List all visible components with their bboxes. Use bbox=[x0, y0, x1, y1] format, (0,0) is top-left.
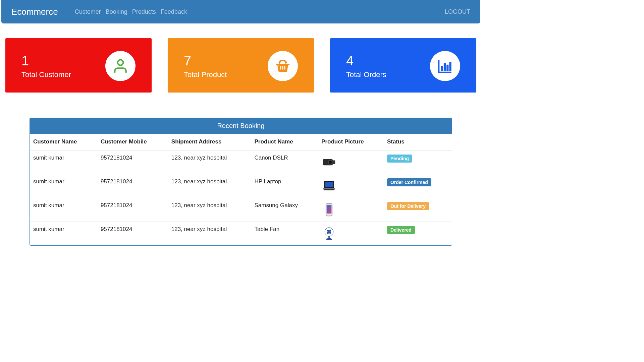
nav-links: Customer Booking Products Feedback bbox=[75, 8, 445, 15]
stat-orders-value: 4 bbox=[346, 53, 386, 68]
cell-status: Out for Delivery bbox=[384, 198, 452, 222]
cell-name: sumit kumar bbox=[30, 222, 97, 246]
cell-mobile: 9572181024 bbox=[97, 222, 168, 246]
table-row: sumit kumar9572181024123, near xyz hospi… bbox=[30, 198, 452, 222]
stat-orders-label: Total Orders bbox=[346, 70, 386, 79]
cell-status: Order Confirmed bbox=[384, 174, 452, 198]
user-icon bbox=[105, 51, 136, 81]
stat-customer-label: Total Customer bbox=[21, 70, 71, 79]
cell-product: Table Fan bbox=[251, 222, 318, 246]
svg-point-20 bbox=[326, 238, 332, 240]
svg-rect-14 bbox=[325, 182, 333, 187]
cell-address: 123, near xyz hospital bbox=[168, 150, 251, 174]
recent-booking-panel: Recent Booking Customer Name Customer Mo… bbox=[30, 118, 452, 246]
svg-rect-8 bbox=[449, 62, 451, 71]
table-row: sumit kumar9572181024123, near xyz hospi… bbox=[30, 150, 452, 174]
cell-product: Canon DSLR bbox=[251, 150, 318, 174]
product-camera-icon bbox=[321, 155, 337, 170]
cell-picture bbox=[318, 150, 384, 174]
divider bbox=[0, 102, 482, 102]
svg-point-18 bbox=[328, 231, 330, 233]
cell-product: Samsung Galaxy bbox=[251, 198, 318, 222]
th-picture: Product Picture bbox=[318, 134, 384, 150]
status-badge: Order Confirmed bbox=[387, 178, 431, 186]
cell-product: HP Laptop bbox=[251, 174, 318, 198]
cell-picture bbox=[318, 174, 384, 198]
navbar: Ecommerce Customer Booking Products Feed… bbox=[1, 0, 480, 23]
product-laptop-icon bbox=[321, 178, 337, 194]
basket-icon bbox=[268, 51, 298, 81]
status-badge: Out for Delivery bbox=[387, 202, 429, 210]
svg-rect-12 bbox=[333, 161, 335, 164]
stat-card-customer[interactable]: 1 Total Customer bbox=[5, 38, 152, 93]
svg-point-11 bbox=[329, 161, 332, 164]
logout-link[interactable]: LOGOUT bbox=[445, 8, 470, 15]
booking-table: Customer Name Customer Mobile Shipment A… bbox=[30, 134, 452, 245]
cell-address: 123, near xyz hospital bbox=[168, 174, 251, 198]
svg-rect-19 bbox=[328, 236, 330, 238]
barchart-icon bbox=[430, 51, 460, 81]
cell-name: sumit kumar bbox=[30, 150, 97, 174]
cell-address: 123, near xyz hospital bbox=[168, 222, 251, 246]
th-status: Status bbox=[384, 134, 452, 150]
cell-picture bbox=[318, 198, 384, 222]
status-badge: Delivered bbox=[387, 226, 415, 234]
panel-title: Recent Booking bbox=[30, 118, 452, 134]
table-row: sumit kumar9572181024123, near xyz hospi… bbox=[30, 222, 452, 246]
cell-mobile: 9572181024 bbox=[97, 198, 168, 222]
stat-cards-row: 1 Total Customer 7 Total Product 4 Total… bbox=[0, 23, 482, 102]
cell-name: sumit kumar bbox=[30, 198, 97, 222]
svg-rect-5 bbox=[441, 66, 443, 71]
stat-product-value: 7 bbox=[184, 53, 227, 68]
cell-address: 123, near xyz hospital bbox=[168, 198, 251, 222]
stat-card-product[interactable]: 7 Total Product bbox=[168, 38, 314, 93]
nav-customer[interactable]: Customer bbox=[75, 8, 101, 15]
cell-status: Pending bbox=[384, 150, 452, 174]
product-phone-icon bbox=[321, 202, 337, 218]
th-product: Product Name bbox=[251, 134, 318, 150]
product-fan-icon bbox=[321, 226, 337, 241]
svg-rect-6 bbox=[444, 63, 446, 71]
th-name: Customer Name bbox=[30, 134, 97, 150]
status-badge: Pending bbox=[387, 155, 412, 163]
svg-point-0 bbox=[118, 60, 123, 65]
nav-feedback[interactable]: Feedback bbox=[161, 8, 187, 15]
cell-mobile: 9572181024 bbox=[97, 150, 168, 174]
table-row: sumit kumar9572181024123, near xyz hospi… bbox=[30, 174, 452, 198]
svg-rect-7 bbox=[446, 65, 448, 71]
stat-product-label: Total Product bbox=[184, 70, 227, 79]
stat-customer-value: 1 bbox=[21, 53, 71, 68]
brand-title: Ecommerce bbox=[11, 7, 58, 17]
svg-rect-16 bbox=[327, 205, 332, 214]
cell-status: Delivered bbox=[384, 222, 452, 246]
th-mobile: Customer Mobile bbox=[97, 134, 168, 150]
nav-booking[interactable]: Booking bbox=[106, 8, 127, 15]
nav-products[interactable]: Products bbox=[132, 8, 156, 15]
cell-mobile: 9572181024 bbox=[97, 174, 168, 198]
th-address: Shipment Address bbox=[168, 134, 251, 150]
cell-picture bbox=[318, 222, 384, 246]
stat-card-orders[interactable]: 4 Total Orders bbox=[330, 38, 476, 93]
cell-name: sumit kumar bbox=[30, 174, 97, 198]
